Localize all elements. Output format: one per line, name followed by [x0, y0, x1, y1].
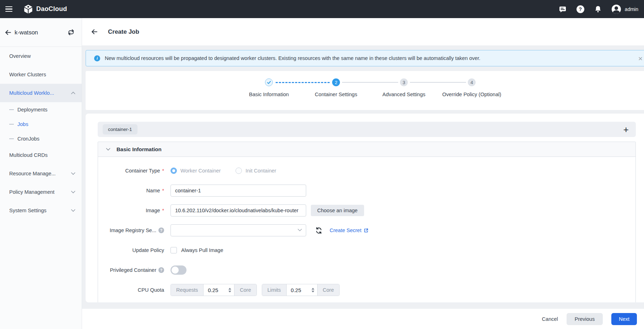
name-row: Name* [98, 185, 635, 197]
sidebar-item-multicloud-crds[interactable]: Multicloud CRDs [0, 146, 82, 164]
core-unit-addon: Core [234, 284, 256, 296]
choose-image-button[interactable]: Choose an image [311, 205, 364, 216]
sidebar-item-worker-clusters[interactable]: Worker Clusters [0, 65, 82, 84]
cpu-limits-input[interactable] [291, 287, 307, 293]
image-row: Image* Choose an image [98, 204, 635, 216]
name-input[interactable] [171, 185, 306, 197]
topbar-right: ? admin [558, 5, 644, 14]
sidebar-item-multicloud-workloads[interactable]: Multicloud Worklo... [0, 84, 82, 102]
external-link-icon [363, 228, 369, 233]
collapse-chevron-icon [106, 148, 110, 151]
step-2-active-circle[interactable]: 2 [332, 78, 340, 86]
step-3-circle[interactable]: 3 [400, 78, 408, 86]
dash-icon [9, 109, 14, 110]
dash-icon [9, 124, 14, 125]
message-icon[interactable] [558, 5, 567, 13]
privileged-container-row: Privileged Container ? [98, 264, 635, 276]
cpu-quota-row: CPU Quota Requests Core Limits [98, 284, 635, 296]
sidebar-header: k-watson [0, 18, 82, 46]
form-body: Container Type* Worker Container Init Co… [98, 157, 635, 296]
stepper-connector [410, 82, 466, 83]
cpu-requests-input[interactable] [208, 287, 223, 293]
sidebar-item-cronjobs[interactable]: CronJobs [0, 131, 82, 146]
cpu-limits-group: Limits Core [262, 284, 340, 296]
help-tooltip-icon[interactable]: ? [158, 267, 164, 273]
sidebar: k-watson Overview Worker Clusters Multic… [0, 18, 82, 329]
spin-up-icon [228, 288, 231, 290]
topbar: DaoCloud ? admin [0, 0, 644, 18]
step-2-label: Container Settings [297, 92, 375, 97]
container-tabs-bar: container-1 + [98, 122, 636, 137]
privileged-toggle[interactable] [171, 265, 186, 275]
cluster-name: k-watson [15, 29, 38, 36]
stepper-connector [276, 82, 330, 83]
spin-down-icon [312, 291, 314, 292]
add-container-icon[interactable]: + [621, 125, 631, 134]
radio-worker-container[interactable] [171, 168, 177, 174]
registry-secret-select[interactable] [171, 224, 306, 236]
stepper-arrows[interactable] [312, 288, 314, 292]
radio-init-container[interactable] [236, 168, 242, 174]
cpu-requests-group: Requests Core [171, 284, 257, 296]
cpu-quota-label: CPU Quota [98, 287, 164, 293]
help-icon[interactable]: ? [577, 5, 584, 13]
info-banner: i New multicloud resources will be propa… [86, 50, 644, 66]
limits-addon: Limits [262, 284, 287, 296]
page-title: Create Job [108, 28, 139, 35]
sidebar-item-system-settings[interactable]: System Settings [0, 201, 82, 220]
daocloud-logo-icon [23, 4, 33, 14]
sidebar-item-resource-management[interactable]: Resource Manage... [0, 164, 82, 183]
stepper-arrows[interactable] [228, 288, 231, 292]
back-icon[interactable] [91, 28, 98, 35]
avatar-icon [612, 5, 621, 14]
container-type-label: Container Type* [98, 168, 164, 174]
sidebar-item-overview[interactable]: Overview [0, 47, 82, 65]
page-header: Create Job [82, 18, 644, 45]
back-icon[interactable] [4, 29, 12, 36]
update-policy-row: Update Policy Always Pull Image [98, 244, 635, 256]
previous-button[interactable]: Previous [567, 313, 603, 325]
sidebar-item-deployments[interactable]: Deployments [0, 102, 82, 117]
image-input[interactable] [171, 204, 306, 216]
always-pull-image-label: Always Pull Image [181, 247, 223, 253]
section-title: Basic Information [117, 146, 162, 152]
chevron-down-icon [298, 229, 302, 231]
username[interactable]: admin [625, 6, 638, 12]
sidebar-item-policy-management[interactable]: Policy Management [0, 183, 82, 201]
step-1-label: Basic Information [230, 92, 308, 97]
image-label: Image* [98, 208, 164, 213]
next-button[interactable]: Next [611, 313, 637, 325]
always-pull-image-checkbox[interactable] [171, 247, 177, 253]
cancel-button[interactable]: Cancel [542, 316, 558, 322]
step-4-label: Override Policy (Optional) [433, 92, 511, 97]
section-header[interactable]: Basic Information [98, 142, 635, 157]
spin-up-icon [312, 288, 314, 290]
spin-down-icon [228, 291, 231, 292]
avatar[interactable] [612, 5, 621, 14]
update-policy-label: Update Policy [98, 247, 164, 253]
radio-init-container-label: Init Container [245, 168, 276, 174]
refresh-icon[interactable] [315, 227, 323, 234]
hamburger-menu-icon[interactable] [0, 0, 18, 18]
help-question-glyph: ? [577, 5, 584, 13]
chevron-down-icon [71, 172, 75, 175]
switch-cluster-icon[interactable] [67, 29, 75, 36]
sidebar-item-jobs[interactable]: Jobs [0, 117, 82, 131]
stepper: 2 3 4 Basic Information Container Settin… [86, 71, 644, 110]
step-4-circle[interactable]: 4 [468, 78, 476, 86]
step-1-done-circle[interactable] [265, 78, 273, 86]
dash-icon [9, 138, 14, 139]
help-tooltip-icon[interactable]: ? [158, 227, 164, 233]
create-secret-link[interactable]: Create Secret [330, 227, 369, 233]
basic-information-section: Basic Information Container Type* Worker… [98, 142, 636, 302]
radio-worker-container-label: Worker Container [180, 168, 221, 174]
notification-bell-icon[interactable] [594, 5, 602, 13]
hamburger-bars [5, 5, 12, 13]
chevron-down-icon [71, 209, 75, 212]
registry-secret-label: Image Registry Se... ? [98, 227, 164, 233]
chevron-up-icon [71, 92, 75, 94]
close-icon[interactable]: × [638, 55, 643, 62]
brand[interactable]: DaoCloud [23, 4, 67, 14]
tab-container-1[interactable]: container-1 [103, 124, 137, 135]
container-settings-card: container-1 + Basic Information Containe… [86, 114, 644, 302]
